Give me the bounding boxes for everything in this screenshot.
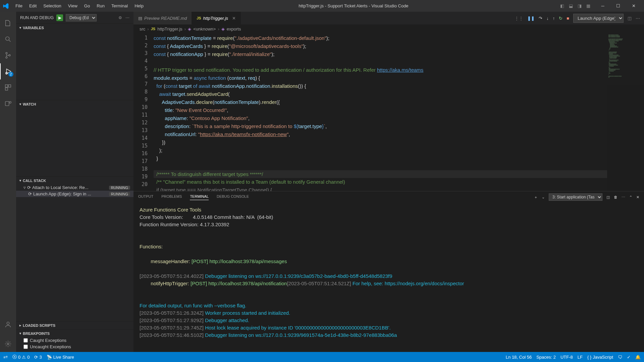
editor-area: ▤Preview README.md JShttpTrigger.js✕ ⋮⋮ … bbox=[133, 12, 644, 352]
breadcrumb[interactable]: src› JShttpTrigger.js› ◈<unknown>› ◈expo… bbox=[133, 24, 644, 33]
breakpoint-item[interactable]: Uncaught Exceptions bbox=[16, 344, 133, 350]
step-over-icon[interactable]: ↷ bbox=[539, 16, 542, 21]
kill-terminal-icon[interactable]: 🗑 bbox=[614, 195, 618, 199]
svg-rect-7 bbox=[5, 88, 8, 90]
variables-body bbox=[16, 32, 133, 100]
svg-rect-6 bbox=[8, 85, 11, 87]
breakpoint-checkbox[interactable] bbox=[23, 338, 28, 343]
explorer-icon[interactable] bbox=[0, 15, 16, 31]
preview-icon: ▤ bbox=[138, 16, 142, 21]
svg-point-1 bbox=[6, 52, 7, 54]
breakpoints-section-header[interactable]: ▾BREAKPOINTS bbox=[16, 329, 133, 337]
tab-httptrigger[interactable]: JShttpTrigger.js✕ bbox=[192, 12, 241, 24]
panel-tab-debug-console[interactable]: DEBUG CONSOLE bbox=[217, 194, 249, 200]
sidebar: RUN AND DEBUG ▶ Debug (Ed ⚙ ⋯ ▾VARIABLES… bbox=[16, 12, 133, 352]
svg-point-9 bbox=[9, 102, 11, 104]
menu-help[interactable]: Help bbox=[131, 1, 147, 10]
debug-config-select[interactable]: Debug (Ed bbox=[66, 14, 97, 21]
menu-edit[interactable]: Edit bbox=[26, 1, 40, 10]
js-file-icon: JS bbox=[197, 16, 201, 20]
breadcrumb-symbol[interactable]: exports bbox=[227, 26, 241, 32]
teams-toolkit-icon[interactable] bbox=[0, 96, 16, 112]
terminal-select[interactable]: 3: Start application (Tasl bbox=[549, 193, 602, 201]
breadcrumb-folder[interactable]: src bbox=[140, 26, 145, 32]
restart-icon[interactable]: ↻ bbox=[559, 16, 562, 21]
callstack-item[interactable]: ▿⟳Attach to Local Service: Re...RUNNING bbox=[16, 184, 133, 191]
menu-view[interactable]: View bbox=[65, 1, 81, 10]
code-content[interactable]: const notificationTemplate = require("./… bbox=[154, 33, 607, 191]
menu-terminal[interactable]: Terminal bbox=[108, 1, 131, 10]
pause-icon[interactable]: ❚❚ bbox=[527, 16, 535, 21]
watch-section-header[interactable]: ▾WATCH bbox=[16, 100, 133, 108]
callstack-item[interactable]: ⟳Launch App (Edge): Sign in ...RUNNING bbox=[16, 191, 133, 197]
svg-point-2 bbox=[6, 57, 7, 58]
terminal-dropdown-icon[interactable]: ⌄ bbox=[542, 195, 545, 199]
source-control-icon[interactable] bbox=[0, 47, 16, 63]
close-icon[interactable]: ✕ bbox=[626, 0, 641, 12]
debug-session-select[interactable]: Launch App (Edge) bbox=[573, 14, 624, 23]
step-out-icon[interactable]: ↑ bbox=[553, 16, 555, 21]
toggle-secondary-sidebar-icon[interactable]: ◨ bbox=[578, 3, 582, 8]
variables-section-header[interactable]: ▾VARIABLES bbox=[16, 23, 133, 32]
session-state-badge: RUNNING bbox=[109, 186, 130, 190]
minimize-icon[interactable]: ─ bbox=[595, 0, 610, 12]
status-errors[interactable]: ⓧ 0 ⚠ 0 bbox=[12, 354, 30, 360]
loaded-scripts-section-header[interactable]: ▸LOADED SCRIPTS bbox=[16, 321, 133, 329]
status-cursor-position[interactable]: Ln 18, Col 56 bbox=[506, 355, 532, 360]
status-ports[interactable]: ⟳ 3 bbox=[34, 355, 42, 360]
menu-go[interactable]: Go bbox=[81, 1, 93, 10]
panel-tab-output[interactable]: OUTPUT bbox=[138, 194, 153, 200]
status-tweet-icon[interactable]: 🗨 bbox=[618, 355, 622, 360]
callstack-body: ▿⟳Attach to Local Service: Re...RUNNING … bbox=[16, 184, 133, 253]
close-tab-icon[interactable]: ✕ bbox=[232, 16, 236, 21]
start-debug-button[interactable]: ▶ bbox=[56, 14, 63, 21]
extensions-icon[interactable] bbox=[0, 79, 16, 96]
menu-run[interactable]: Run bbox=[93, 1, 108, 10]
stop-icon[interactable]: ■ bbox=[567, 16, 569, 21]
split-terminal-icon[interactable]: ◫ bbox=[606, 195, 610, 199]
new-terminal-icon[interactable]: ＋ bbox=[534, 195, 538, 200]
toggle-panel-icon[interactable]: ⬓ bbox=[569, 3, 573, 8]
settings-gear-icon[interactable] bbox=[0, 336, 16, 352]
terminal-content[interactable]: Azure Functions Core Tools Core Tools Ve… bbox=[133, 203, 644, 352]
breadcrumb-symbol[interactable]: <unknown> bbox=[193, 26, 216, 32]
status-indentation[interactable]: Spaces: 2 bbox=[536, 355, 556, 360]
maximize-panel-icon[interactable]: ⌃ bbox=[629, 195, 632, 199]
status-eol[interactable]: LF bbox=[578, 355, 583, 360]
panel-more-icon[interactable]: ⋯ bbox=[622, 195, 625, 199]
menu-file[interactable]: File bbox=[12, 1, 26, 10]
panel-tab-terminal[interactable]: TERMINAL bbox=[190, 194, 209, 200]
accounts-icon[interactable] bbox=[0, 316, 16, 333]
status-language[interactable]: { } JavaScript bbox=[587, 355, 613, 360]
code-editor[interactable]: 1234567891011121314151617181920 const no… bbox=[133, 33, 644, 191]
status-liveshare[interactable]: 📡 Live Share bbox=[47, 355, 74, 360]
close-panel-icon[interactable]: ✕ bbox=[636, 195, 639, 199]
status-prettier-icon[interactable]: ✓ bbox=[627, 355, 631, 360]
status-notifications-icon[interactable]: 🔔 bbox=[635, 355, 641, 360]
status-encoding[interactable]: UTF-8 bbox=[560, 355, 573, 360]
toggle-primary-sidebar-icon[interactable]: ◧ bbox=[560, 3, 564, 8]
breakpoint-item[interactable]: Caught Exceptions bbox=[16, 337, 133, 344]
search-icon[interactable] bbox=[0, 31, 16, 47]
menu-selection[interactable]: Selection bbox=[40, 1, 64, 10]
customize-layout-icon[interactable]: ▦ bbox=[586, 3, 590, 8]
run-debug-icon[interactable]: 2 bbox=[0, 63, 16, 79]
maximize-icon[interactable]: ☐ bbox=[610, 0, 626, 12]
menu-bar: File Edit Selection View Go Run Terminal… bbox=[12, 1, 147, 10]
minimap[interactable]: ████ ████████ █ ███████████ █ ████████ █… bbox=[607, 33, 644, 191]
step-into-icon[interactable]: ↓ bbox=[546, 16, 549, 21]
more-actions-icon[interactable]: ⋯ bbox=[125, 15, 129, 20]
split-editor-icon[interactable]: ◫ bbox=[628, 16, 632, 21]
drag-handle-icon[interactable]: ⋮⋮ bbox=[515, 16, 523, 21]
editor-tabs: ▤Preview README.md JShttpTrigger.js✕ ⋮⋮ … bbox=[133, 12, 644, 24]
breadcrumb-file[interactable]: httpTrigger.js bbox=[157, 26, 182, 32]
more-editor-actions-icon[interactable]: ⋯ bbox=[636, 16, 640, 21]
remote-indicator[interactable]: ⮂ bbox=[3, 355, 8, 360]
open-launch-json-icon[interactable]: ⚙ bbox=[118, 15, 122, 20]
bottom-panel: OUTPUT PROBLEMS TERMINAL DEBUG CONSOLE ＋… bbox=[133, 191, 644, 352]
breakpoint-checkbox[interactable] bbox=[23, 345, 28, 349]
callstack-section-header[interactable]: ▾CALL STACK bbox=[16, 176, 133, 184]
panel-tab-problems[interactable]: PROBLEMS bbox=[161, 194, 182, 200]
title-bar: File Edit Selection View Go Run Terminal… bbox=[0, 0, 644, 12]
tab-preview-readme[interactable]: ▤Preview README.md bbox=[133, 12, 192, 24]
